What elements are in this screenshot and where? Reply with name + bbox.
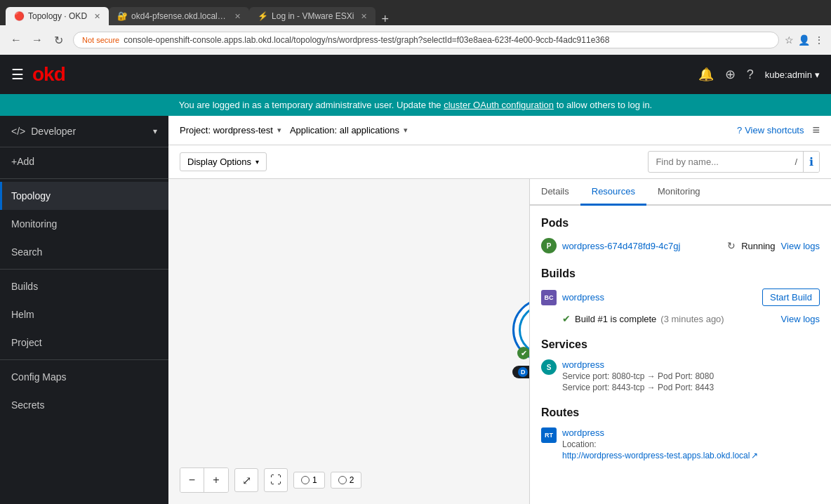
- service-port1: Service port: 8080-tcp → Pod Port: 8080: [562, 371, 820, 381]
- sidebar-divider-2: [0, 269, 168, 270]
- browser-tab-pfsense[interactable]: 🔐 okd4-pfsense.okd.local · S ✕: [109, 7, 249, 25]
- fit-icon: ⛶: [270, 474, 281, 486]
- sidebar-item-project[interactable]: Project: [0, 329, 168, 357]
- reset-view-button[interactable]: ⤢: [234, 468, 258, 492]
- find-slash-icon[interactable]: /: [789, 153, 803, 171]
- bookmark-icon[interactable]: ☆: [785, 34, 794, 46]
- service-badge: S: [541, 359, 557, 375]
- content-area: Project: wordpress-test ▾ Application: a…: [168, 116, 831, 504]
- back-button[interactable]: ←: [7, 31, 25, 49]
- find-by-name-input[interactable]: [649, 153, 789, 171]
- project-label: Project: wordpress-test: [180, 125, 273, 135]
- top-nav: ☰ okd 🔔 ⊕ ? kube:admin ▾: [0, 55, 831, 94]
- app-selector[interactable]: Application: all applications ▾: [290, 125, 408, 135]
- topology-canvas[interactable]: ↗ ✔ D wordpress − +: [168, 179, 529, 504]
- route-url-link[interactable]: http://wordpress-wordpress-test.apps.lab…: [562, 451, 820, 460]
- filter2-label: 2: [350, 475, 354, 485]
- sidebar-project-label: Project: [11, 337, 42, 348]
- sidebar-context-switcher[interactable]: </> Developer ▾: [0, 116, 168, 147]
- sidebar-item-add[interactable]: +Add: [0, 147, 168, 175]
- main-area: </> Developer ▾ +Add Topology Monitoring…: [0, 116, 831, 504]
- sidebar-divider-3: [0, 359, 168, 360]
- view-shortcuts-link[interactable]: ? View shortcuts: [737, 125, 804, 135]
- sidebar-divider-1: [0, 178, 168, 179]
- tab-monitoring[interactable]: Monitoring: [646, 179, 712, 206]
- services-section: Services S wordpress Service port: 8080-…: [541, 338, 820, 392]
- build-view-logs-link[interactable]: View logs: [781, 314, 820, 324]
- build-status-row: ✔ Build #1 is complete (3 minutes ago) V…: [541, 313, 820, 324]
- topology-node-wordpress[interactable]: ↗ ✔ D wordpress: [512, 298, 529, 378]
- browser-tab-topology[interactable]: 🔴 Topology · OKD ✕: [6, 7, 109, 25]
- help-icon[interactable]: ?: [747, 67, 754, 82]
- service-name-link[interactable]: wordpress: [562, 359, 820, 370]
- url-bar[interactable]: Not secure console-openshift-console.app…: [73, 32, 779, 48]
- tab-resources[interactable]: Resources: [580, 179, 646, 206]
- forward-button[interactable]: →: [28, 31, 46, 49]
- find-info-icon[interactable]: ℹ: [803, 152, 819, 172]
- hamburger-menu-icon[interactable]: ☰: [11, 66, 24, 83]
- sidebar-item-helm[interactable]: Helm: [0, 300, 168, 329]
- sidebar-item-config-maps[interactable]: Config Maps: [0, 363, 168, 391]
- filter1-button[interactable]: 1: [293, 472, 325, 489]
- layout-toggle-button[interactable]: ≡: [812, 123, 820, 138]
- sidebar-configmaps-label: Config Maps: [11, 371, 67, 383]
- zoom-out-button[interactable]: −: [180, 468, 204, 492]
- sidebar-builds-label: Builds: [11, 281, 38, 292]
- project-dropdown-icon: ▾: [277, 126, 281, 135]
- sidebar-item-secrets[interactable]: Secrets: [0, 391, 168, 419]
- sidebar-context-label: Developer: [31, 126, 153, 137]
- sidebar: </> Developer ▾ +Add Topology Monitoring…: [0, 116, 168, 504]
- find-input-wrapper: / ℹ: [648, 151, 820, 173]
- user-menu[interactable]: kube:admin ▾: [765, 69, 820, 80]
- tab-label-pfsense: okd4-pfsense.okd.local · S: [131, 11, 227, 21]
- profile-icon[interactable]: 👤: [798, 34, 810, 46]
- tab-favicon-esxi: ⚡: [258, 11, 267, 21]
- new-tab-button[interactable]: +: [375, 13, 394, 25]
- pods-section: Pods P wordpress-674d478fd9-4c7gj ↻ Runn…: [541, 217, 820, 253]
- tab-label-esxi: Log in - VMware ESXi: [272, 11, 354, 21]
- pod-name-link[interactable]: wordpress-674d478fd9-4c7gj: [562, 241, 722, 251]
- tab-close-esxi[interactable]: ✕: [361, 12, 367, 21]
- zoom-in-button[interactable]: +: [204, 468, 228, 492]
- fit-view-button[interactable]: ⛶: [264, 468, 288, 492]
- pod-view-logs-link[interactable]: View logs: [781, 241, 820, 251]
- reset-icon: ⤢: [242, 474, 251, 487]
- start-build-button[interactable]: Start Build: [762, 289, 820, 306]
- sidebar-secrets-label: Secrets: [11, 399, 44, 411]
- display-options-button[interactable]: Display Options ▾: [180, 152, 267, 171]
- project-selector[interactable]: Project: wordpress-test ▾: [180, 125, 281, 135]
- sidebar-monitoring-label: Monitoring: [11, 218, 57, 230]
- add-icon[interactable]: ⊕: [725, 67, 736, 82]
- banner-link[interactable]: cluster OAuth configuration: [444, 100, 554, 110]
- notifications-icon[interactable]: 🔔: [698, 67, 714, 82]
- pod-badge: P: [541, 238, 557, 253]
- sidebar-item-topology[interactable]: Topology: [0, 182, 168, 210]
- sidebar-search-label: Search: [11, 246, 42, 258]
- tab-close-pfsense[interactable]: ✕: [234, 12, 241, 21]
- sidebar-item-search[interactable]: Search: [0, 238, 168, 266]
- service-list-item: S wordpress Service port: 8080-tcp → Pod…: [541, 359, 820, 392]
- node-label: D wordpress: [512, 366, 529, 378]
- pod-refresh-icon: ↻: [727, 240, 736, 251]
- display-options-label: Display Options: [187, 157, 251, 167]
- tab-close-topology[interactable]: ✕: [94, 12, 100, 21]
- menu-icon[interactable]: ⋮: [814, 34, 824, 46]
- tab-details[interactable]: Details: [530, 179, 580, 206]
- shortcuts-label: View shortcuts: [745, 125, 804, 135]
- route-info: wordpress Location: http://wordpress-wor…: [562, 427, 820, 460]
- build-status-time: (3 minutes ago): [660, 314, 724, 324]
- info-banner: You are logged in as a temporary adminis…: [0, 94, 831, 116]
- browser-tab-esxi[interactable]: ⚡ Log in - VMware ESXi ✕: [249, 7, 375, 25]
- build-name-link[interactable]: wordpress: [562, 292, 757, 303]
- sidebar-item-monitoring[interactable]: Monitoring: [0, 210, 168, 238]
- browser-tabs: 🔴 Topology · OKD ✕ 🔐 okd4-pfsense.okd.lo…: [0, 0, 831, 25]
- top-nav-icons: 🔔 ⊕ ? kube:admin ▾: [698, 67, 820, 82]
- topology-panel-wrapper: ↗ ✔ D wordpress − +: [168, 179, 831, 504]
- user-dropdown-icon: ▾: [815, 69, 820, 80]
- browser-chrome: 🔴 Topology · OKD ✕ 🔐 okd4-pfsense.okd.lo…: [0, 0, 831, 55]
- sidebar-topology-label: Topology: [11, 190, 51, 201]
- route-name-link[interactable]: wordpress: [562, 427, 820, 438]
- sidebar-item-builds[interactable]: Builds: [0, 272, 168, 300]
- reload-button[interactable]: ↻: [49, 31, 67, 49]
- filter2-button[interactable]: 2: [331, 472, 362, 489]
